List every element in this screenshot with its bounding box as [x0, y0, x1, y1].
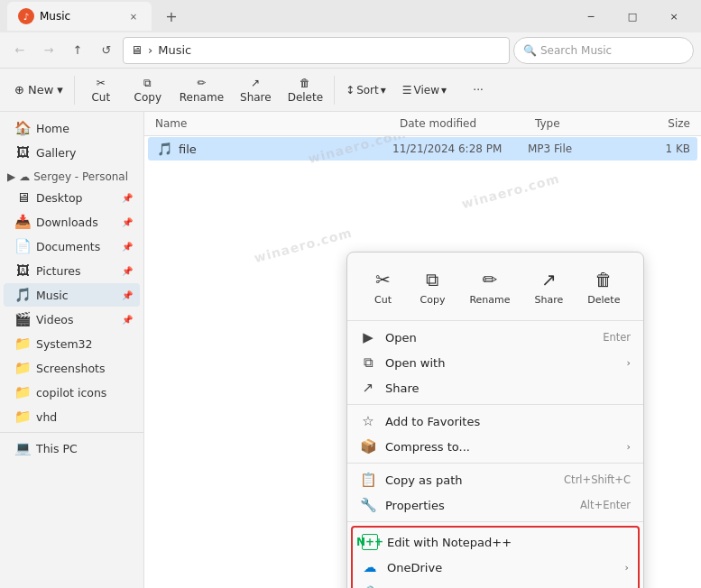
cm-cut-button[interactable]: ✂ Cut [359, 263, 406, 311]
sidebar-item-screenshots[interactable]: 📁 Screenshots [4, 356, 140, 380]
active-tab[interactable]: ♪ Music × [7, 2, 152, 31]
copy-button[interactable]: ⧉ Copy [125, 72, 171, 108]
delete-label: Delete [288, 91, 323, 104]
sidebar-documents-label: Documents [36, 240, 116, 253]
file-type: MP3 File [528, 142, 618, 155]
pin-icon-videos: 📌 [122, 315, 133, 325]
view-button[interactable]: ☰ View ▾ [395, 72, 454, 108]
app-icon: ♪ [18, 8, 34, 24]
cm-favorites-item[interactable]: ☆ Add to Favorites [347, 409, 643, 434]
mp3-file-icon: 🎵 [155, 140, 173, 158]
cm-delete-button[interactable]: 🗑 Delete [576, 263, 631, 311]
up-button[interactable]: ↑ [65, 38, 90, 63]
cm-copy-icon: ⧉ [426, 269, 438, 290]
sort-label: Sort [356, 84, 379, 96]
sidebar-copilot-label: copilot icons [36, 386, 133, 400]
cm-copy-path-item[interactable]: 📋 Copy as path Ctrl+Shift+C [347, 467, 643, 492]
cm-open-with-arrow: › [627, 357, 631, 369]
file-size: 1 KB [618, 142, 690, 155]
close-button[interactable]: × [654, 2, 694, 31]
cm-locksmith-icon: 🔒 [362, 584, 378, 588]
more-icon: ··· [473, 84, 483, 96]
cm-locksmith-item[interactable]: 🔒 Unlock with File Locksmith [353, 580, 638, 588]
cm-copy-label: Copy [420, 294, 446, 306]
file-date: 11/21/2024 6:28 PM [392, 142, 528, 155]
cm-rename-button[interactable]: ✏ Rename [458, 263, 521, 311]
delete-icon: 🗑 [300, 77, 310, 89]
more-button[interactable]: ··· [456, 72, 501, 108]
pin-icon-docs: 📌 [122, 242, 133, 252]
sidebar-item-this-pc[interactable]: 💻 This PC [4, 436, 140, 460]
col-header-date[interactable]: Date modified [396, 115, 531, 132]
search-placeholder: Search Music [540, 44, 612, 57]
search-icon: 🔍 [523, 44, 537, 57]
cm-open-with-item[interactable]: ⧉ Open with › [347, 350, 643, 375]
sidebar-item-desktop[interactable]: 🖥 Desktop 📌 [4, 186, 140, 209]
col-header-type[interactable]: Type [531, 115, 622, 132]
sidebar-gallery-label: Gallery [36, 146, 133, 160]
cm-properties-label: Properties [385, 499, 571, 512]
sidebar-item-sergey[interactable]: ▶ ☁ Sergey - Personal [0, 165, 143, 185]
ribbon-sep-1 [74, 76, 75, 105]
share-button[interactable]: ↗ Share [233, 72, 279, 108]
cm-onedrive-item[interactable]: ☁ OneDrive › [353, 555, 638, 580]
delete-button[interactable]: 🗑 Delete [281, 72, 330, 108]
cm-delete-icon: 🗑 [595, 269, 613, 290]
new-tab-button[interactable]: + [159, 4, 184, 29]
cut-button[interactable]: ✂ Cut [78, 72, 124, 108]
close-tab-button[interactable]: × [126, 9, 141, 23]
cm-share-item-icon: ↗ [360, 380, 376, 396]
sidebar-item-vhd[interactable]: 📁 vhd [4, 405, 140, 428]
cm-open-item[interactable]: ▶ Open Enter [347, 325, 643, 350]
plus-icon: ⊕ [14, 83, 24, 96]
cm-favorites-label: Add to Favorites [385, 415, 631, 428]
ribbon-toolbar: ⊕ New ▾ ✂ Cut ⧉ Copy ✏ Rename ↗ Share 🗑 … [0, 69, 701, 112]
forward-button[interactable]: → [36, 38, 61, 63]
vhd-icon: 📁 [14, 409, 31, 425]
sidebar-vhd-label: vhd [36, 410, 133, 424]
cm-onedrive-label: OneDrive [387, 561, 616, 574]
sidebar-item-system32[interactable]: 📁 System32 [4, 332, 140, 355]
sidebar-item-documents[interactable]: 📄 Documents 📌 [4, 234, 140, 258]
sort-button[interactable]: ↕ Sort ▾ [338, 72, 393, 108]
sidebar-desktop-label: Desktop [36, 191, 116, 205]
rename-button[interactable]: ✏ Rename [172, 72, 231, 108]
cm-share-item[interactable]: ↗ Share [347, 375, 643, 400]
content-panel: winaero.com winaero.com winaero.com wina… [144, 112, 701, 588]
cm-cut-label: Cut [374, 294, 392, 306]
cm-copy-button[interactable]: ⧉ Copy [409, 263, 456, 311]
cm-open-with-label: Open with [385, 356, 618, 370]
maximize-button[interactable]: □ [613, 2, 652, 31]
back-button[interactable]: ← [7, 38, 32, 63]
cloud-icon: ☁ [19, 170, 30, 183]
sidebar-item-music[interactable]: 🎵 Music 📌 [4, 283, 140, 307]
file-row[interactable]: 🎵 file 11/21/2024 6:28 PM MP3 File 1 KB [148, 137, 697, 161]
sidebar-item-copilot[interactable]: 📁 copilot icons [4, 381, 140, 404]
cm-properties-item[interactable]: 🔧 Properties Alt+Enter [347, 492, 643, 518]
cm-share-item-label: Share [385, 381, 631, 395]
sidebar-home-label: Home [36, 122, 133, 135]
cm-copy-path-icon: 📋 [360, 472, 376, 488]
context-menu[interactable]: ✂ Cut ⧉ Copy ✏ Rename ↗ Share [346, 252, 644, 588]
refresh-button[interactable]: ↺ [94, 38, 119, 63]
cm-share-label: Share [535, 294, 564, 306]
sidebar-item-downloads[interactable]: 📥 Downloads 📌 [4, 210, 140, 234]
watermark-3: winaero.com [253, 225, 354, 265]
sidebar-item-home[interactable]: 🏠 Home [4, 116, 140, 140]
cm-share-button[interactable]: ↗ Share [524, 263, 575, 311]
minimize-button[interactable]: ─ [571, 2, 611, 31]
window-controls: ─ □ × [571, 2, 694, 31]
new-button[interactable]: ⊕ New ▾ [7, 74, 70, 106]
col-header-size[interactable]: Size [622, 115, 694, 132]
sidebar-item-videos[interactable]: 🎬 Videos 📌 [4, 308, 140, 331]
cm-edit-notepad-item[interactable]: N++ Edit with Notepad++ [353, 529, 638, 555]
col-header-name[interactable]: Name [152, 115, 396, 132]
sidebar-item-gallery[interactable]: 🖼 Gallery [4, 141, 140, 164]
column-headers: Name Date modified Type Size [144, 112, 701, 136]
share-icon: ↗ [251, 77, 260, 89]
cut-icon: ✂ [97, 77, 106, 89]
cm-compress-item[interactable]: 📦 Compress to... › [347, 434, 643, 459]
search-box[interactable]: 🔍 Search Music [513, 37, 694, 64]
sidebar-item-pictures[interactable]: 🖼 Pictures 📌 [4, 259, 140, 282]
address-bar[interactable]: 🖥 › Music [123, 37, 510, 64]
